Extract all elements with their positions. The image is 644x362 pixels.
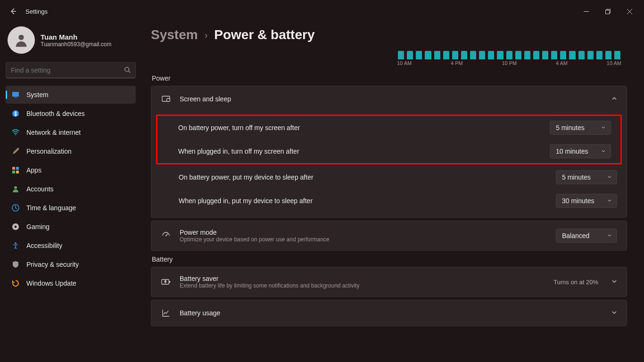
power-mode-card: Power mode Optimize your device based on…	[151, 221, 627, 251]
chevron-down-icon	[611, 278, 617, 286]
svg-rect-4	[12, 92, 19, 97]
card-subtitle: Optimize your device based on power use …	[180, 236, 330, 243]
person-icon	[11, 185, 20, 193]
svg-point-2	[18, 35, 24, 40]
chevron-down-icon	[601, 148, 606, 155]
close-button[interactable]	[619, 4, 640, 19]
row-label: When plugged in, turn off my screen afte…	[178, 148, 543, 155]
nav-gaming[interactable]: Gaming	[6, 218, 136, 236]
svg-rect-10	[12, 171, 15, 173]
nav-network[interactable]: Network & internet	[6, 123, 136, 141]
screen-sleep-header[interactable]: Screen and sleep	[151, 86, 627, 112]
search-box[interactable]	[6, 62, 136, 78]
apps-icon	[11, 166, 20, 174]
search-icon	[124, 66, 131, 74]
card-title: Battery usage	[180, 309, 220, 317]
minimize-button[interactable]	[575, 4, 597, 19]
user-email: Tuanmanh0593@gmail.com	[41, 41, 111, 48]
plugged-sleep-dropdown[interactable]: 30 minutes	[556, 194, 617, 208]
card-subtitle: Extend battery life by limiting some not…	[180, 282, 360, 289]
power-mode-dropdown[interactable]: Balanced	[556, 229, 617, 243]
battery-saver-status: Turns on at 20%	[553, 279, 598, 286]
nav-label: Personalization	[26, 148, 72, 155]
chevron-up-icon	[611, 95, 617, 103]
nav-label: Windows Update	[26, 280, 76, 287]
row-label: On battery power, put my device to sleep…	[179, 173, 549, 181]
dropdown-value: 30 minutes	[562, 197, 594, 205]
chevron-down-icon	[607, 197, 612, 205]
nav-apps[interactable]: Apps	[6, 161, 136, 179]
page-title: Power & battery	[214, 27, 314, 42]
maximize-icon	[605, 9, 611, 14]
plugged-sleep-row: When plugged in, put my device to sleep …	[151, 189, 627, 213]
accessibility-icon	[11, 241, 20, 250]
nav-system[interactable]: System	[6, 86, 136, 104]
on-battery-screen-dropdown[interactable]: 5 minutes	[550, 121, 611, 135]
power-mode-header[interactable]: Power mode Optimize your device based on…	[151, 221, 627, 250]
chevron-down-icon	[607, 173, 612, 181]
user-name: Tuan Manh	[41, 33, 111, 41]
highlighted-region: On battery power, turn off my screen aft…	[156, 115, 622, 165]
search-input[interactable]	[11, 66, 124, 74]
chart-tick: 10 AM	[397, 60, 412, 66]
battery-saver-header[interactable]: Battery saver Extend battery life by lim…	[151, 267, 627, 296]
wifi-icon	[11, 128, 20, 137]
window-title: Settings	[25, 8, 48, 15]
nav-label: Accessibility	[26, 242, 62, 249]
sidebar: Tuan Manh Tuanmanh0593@gmail.com System …	[0, 23, 141, 362]
chart-tick: 10 AM	[607, 60, 621, 66]
main-content: System › Power & battery 10 AM 4 PM 10 P…	[141, 23, 644, 362]
card-title: Power mode	[180, 229, 330, 236]
nav-privacy[interactable]: Privacy & security	[6, 255, 136, 273]
svg-point-17	[167, 99, 170, 102]
shield-icon	[11, 260, 20, 269]
globe-clock-icon	[11, 204, 20, 212]
chart-tick: 10 PM	[502, 60, 517, 66]
nav-label: Network & internet	[26, 129, 81, 136]
nav-update[interactable]: Windows Update	[6, 274, 136, 292]
chevron-down-icon	[611, 309, 617, 317]
on-battery-sleep-dropdown[interactable]: 5 minutes	[556, 170, 617, 184]
svg-rect-5	[14, 97, 17, 98]
breadcrumb: System › Power & battery	[151, 27, 627, 42]
card-title: Screen and sleep	[180, 95, 231, 103]
user-account-block[interactable]: Tuan Manh Tuanmanh0593@gmail.com	[8, 26, 134, 54]
card-title: Battery saver	[180, 275, 360, 282]
person-icon	[13, 32, 29, 48]
svg-rect-8	[12, 167, 15, 170]
screen-sleep-icon	[161, 94, 171, 104]
svg-point-15	[15, 242, 17, 244]
plugged-screen-dropdown[interactable]: 10 minutes	[550, 144, 611, 158]
nav-accounts[interactable]: Accounts	[6, 180, 136, 198]
svg-point-18	[165, 235, 166, 236]
close-icon	[627, 9, 632, 14]
back-button[interactable]	[4, 2, 23, 21]
row-label: On battery power, turn off my screen aft…	[178, 124, 543, 132]
on-battery-screen-row: On battery power, turn off my screen aft…	[157, 116, 620, 140]
svg-point-12	[14, 186, 17, 189]
section-power: Power	[152, 74, 627, 82]
dropdown-value: 5 minutes	[556, 124, 585, 132]
svg-rect-1	[605, 10, 609, 14]
battery-saver-card: Battery saver Extend battery life by lim…	[151, 267, 627, 297]
chart-tick: 4 AM	[556, 60, 568, 66]
nav-label: Privacy & security	[26, 261, 79, 268]
svg-point-3	[125, 67, 129, 71]
paintbrush-icon	[11, 147, 20, 156]
battery-saver-icon	[161, 277, 171, 287]
minimize-icon	[584, 9, 589, 14]
battery-usage-header[interactable]: Battery usage	[151, 300, 627, 326]
maximize-button[interactable]	[597, 4, 619, 19]
nav-personalization[interactable]: Personalization	[6, 142, 136, 160]
nav-accessibility[interactable]: Accessibility	[6, 237, 136, 255]
row-label: When plugged in, put my device to sleep …	[179, 197, 549, 205]
system-icon	[11, 90, 20, 99]
breadcrumb-parent[interactable]: System	[151, 27, 198, 42]
nav-bluetooth[interactable]: Bluetooth & devices	[6, 105, 136, 123]
nav-time[interactable]: Time & language	[6, 199, 136, 217]
dropdown-value: 10 minutes	[556, 148, 588, 155]
power-mode-icon	[161, 230, 171, 241]
svg-point-7	[15, 134, 16, 135]
section-battery: Battery	[152, 255, 627, 263]
dropdown-value: 5 minutes	[562, 173, 591, 181]
